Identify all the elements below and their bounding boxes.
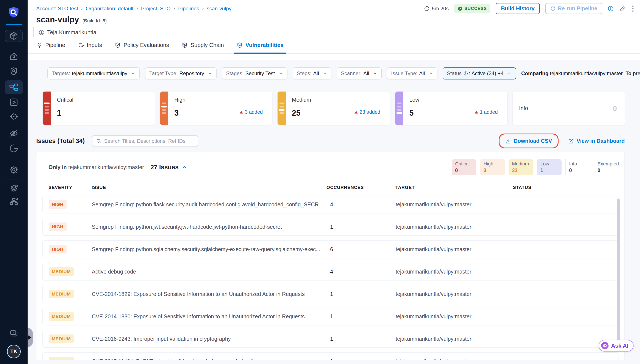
ai-bot-icon	[601, 342, 609, 350]
table-row[interactable]: MEDIUM Active debug code 4 tejakummariku…	[43, 263, 618, 280]
breadcrumb-item[interactable]: Project: STO ›	[141, 6, 178, 12]
ask-ai-button[interactable]: Ask AI	[599, 340, 633, 352]
tab-supply-chain[interactable]: Supply Chain	[181, 42, 224, 53]
tab-pipeline[interactable]: Pipeline	[36, 42, 65, 53]
col-severity: SEVERITY	[49, 185, 92, 190]
table-row[interactable]: MEDIUM CVE-2014-1829: Exposure of Sensit…	[43, 285, 618, 303]
medium-card[interactable]: Medium 25 23 added	[278, 92, 390, 125]
filter-dropdown[interactable]: Stages: Security Test	[222, 68, 287, 80]
table-row[interactable]: HIGH Semgrep Finding: python.flask.secur…	[43, 196, 618, 213]
table-row[interactable]: MEDIUM CVE-2014-1830: Exposure of Sensit…	[43, 308, 618, 325]
filter-dropdown[interactable]: Issue Type: All	[387, 68, 437, 80]
main-area: Account: STO test › Organization: defaul…	[28, 0, 640, 364]
filter-dropdown[interactable]: Scanner: All	[337, 68, 382, 80]
severity-badge: MEDIUM	[49, 267, 74, 276]
critical-card[interactable]: Critical 1	[43, 92, 155, 125]
home-icon[interactable]	[5, 50, 23, 62]
executions-icon[interactable]	[5, 96, 23, 108]
breadcrumb-link[interactable]: scan-vulpy	[207, 6, 231, 12]
tab-policy-evaluations[interactable]: Policy Evaluations	[115, 42, 169, 53]
logo-underline	[6, 24, 22, 25]
shield-search-icon	[236, 42, 243, 48]
default-settings-layers-icon[interactable]	[5, 182, 23, 194]
rerun-pipeline-button[interactable]: Re-run Pipeline	[545, 3, 602, 14]
severity-pill[interactable]: Medium 23	[508, 159, 533, 175]
overview-shield-search-icon[interactable]	[5, 65, 23, 77]
occurrences-count: 4	[327, 202, 396, 208]
table-scrollbar[interactable]	[617, 199, 620, 351]
info-card[interactable]: Info 0	[513, 92, 625, 125]
comparing-label: Comparing tejakummarikuntla/vulpy:master…	[521, 70, 640, 76]
info-icon[interactable]	[608, 6, 614, 12]
severity-pill[interactable]: Exempted 0	[594, 159, 618, 175]
issues-search[interactable]	[92, 135, 198, 147]
breadcrumb-item[interactable]: Account: STO test ›	[36, 6, 86, 12]
table-row[interactable]: MEDIUM CVE-2017-11424: PyJWT: should val…	[43, 352, 618, 360]
occurrences-count: 1	[327, 336, 396, 342]
baselines-power-icon[interactable]	[5, 142, 23, 154]
filter-dropdown[interactable]: Steps: All	[293, 68, 332, 80]
pipelines-icon[interactable]	[5, 80, 23, 94]
table-row[interactable]: HIGH Semgrep Finding: python.sqlalchemy.…	[43, 240, 618, 258]
vulnerabilities-content: Targets: tejakummarikuntla/vulpy Target …	[28, 60, 640, 364]
severity-badge: MEDIUM	[49, 312, 74, 321]
issue-title: Semgrep Finding: python.flask.security.a…	[92, 202, 327, 208]
tab-inputs[interactable]: Inputs	[78, 42, 102, 53]
table-row[interactable]: MEDIUM CVE-2016-9243: Improper input val…	[43, 330, 618, 348]
download-csv-button[interactable]: Download CSV	[505, 138, 552, 144]
table-row[interactable]: HIGH Semgrep Finding: python.jwt.securit…	[43, 218, 618, 236]
severity-pill[interactable]: Critical 0	[452, 159, 476, 175]
breadcrumb-link[interactable]: Account: STO test	[36, 6, 78, 12]
sidebar: ? TK	[0, 0, 28, 364]
check-circle-icon	[458, 6, 462, 11]
settings-gear-icon[interactable]	[5, 164, 23, 176]
breadcrumb-link[interactable]: Pipelines	[178, 6, 199, 12]
target-name: tejakummarikuntla/vulpy:master	[396, 336, 513, 342]
sto-shield-logo[interactable]	[7, 6, 21, 21]
severity-badge: HIGH	[49, 222, 67, 231]
group-collapse-toggle[interactable]: 27 Issues	[150, 164, 187, 171]
view-in-dashboard-button[interactable]: View in Dashboard	[568, 138, 625, 144]
target-name: tejakummarikuntla/vulpy:master	[396, 224, 513, 230]
triangle-up-icon	[354, 111, 358, 114]
sidebar-expand-handle[interactable]	[28, 328, 33, 347]
kebab-menu-icon[interactable]	[631, 5, 634, 12]
issues-group-header: Only in tejakummarikuntla/vulpy:master 2…	[37, 152, 624, 175]
shield-nodes-icon	[181, 42, 188, 48]
filter-dropdown[interactable]: Target Type: Repository	[145, 68, 217, 80]
filter-dropdown-status[interactable]: Status : Active (34) +4	[443, 68, 516, 80]
search-input[interactable]	[104, 138, 194, 144]
issue-title: CVE-2014-1829: Exposure of Sensitive Inf…	[92, 291, 327, 297]
target-name: tejakummarikuntla/vulpy:master	[396, 246, 513, 252]
targets-crosshair-icon[interactable]	[5, 110, 23, 122]
filter-dropdown[interactable]: Targets: tejakummarikuntla/vulpy	[48, 68, 140, 80]
infrastructure-tree-gear-icon[interactable]	[5, 195, 23, 208]
filters-row: Targets: tejakummarikuntla/vulpy Target …	[48, 68, 625, 80]
low-card[interactable]: Low 5 1 added	[395, 92, 507, 125]
occurrences-count: 6	[327, 246, 396, 252]
info-icon	[463, 71, 468, 76]
tab-strip: Pipeline Inputs Policy Evaluations Suppl…	[28, 42, 640, 54]
edit-pencil-icon[interactable]	[619, 6, 626, 12]
col-issue: ISSUE	[92, 185, 326, 190]
triangle-up-icon	[475, 111, 478, 114]
breadcrumb-link[interactable]: Project: STO	[141, 6, 171, 12]
high-card[interactable]: High 3 3 added	[160, 92, 272, 125]
severity-pill[interactable]: Low 1	[537, 159, 561, 175]
tab-vulnerabilities[interactable]: Vulnerabilities	[236, 42, 284, 53]
help-chat-icon[interactable]: ?	[5, 328, 23, 340]
clock-icon	[424, 6, 430, 12]
severity-cards: Critical 1 High 3 3 added Medium 25	[43, 92, 625, 125]
breadcrumb-item[interactable]: Organization: default ›	[86, 6, 141, 12]
build-history-button[interactable]: Build History	[496, 3, 540, 14]
breadcrumb-link[interactable]: Organization: default	[86, 6, 133, 12]
severity-pill[interactable]: High 3	[480, 159, 505, 175]
user-avatar[interactable]: TK	[7, 344, 21, 358]
module-cube-icon[interactable]	[5, 30, 23, 42]
severity-pill[interactable]: Info 0	[565, 159, 590, 175]
breadcrumb-item[interactable]: Pipelines ›	[178, 6, 207, 12]
topbar: Account: STO test › Organization: defaul…	[28, 0, 640, 37]
exemptions-eye-off-icon[interactable]	[5, 127, 23, 139]
breadcrumb-item[interactable]: scan-vulpy	[207, 6, 231, 12]
refresh-icon	[550, 6, 556, 12]
